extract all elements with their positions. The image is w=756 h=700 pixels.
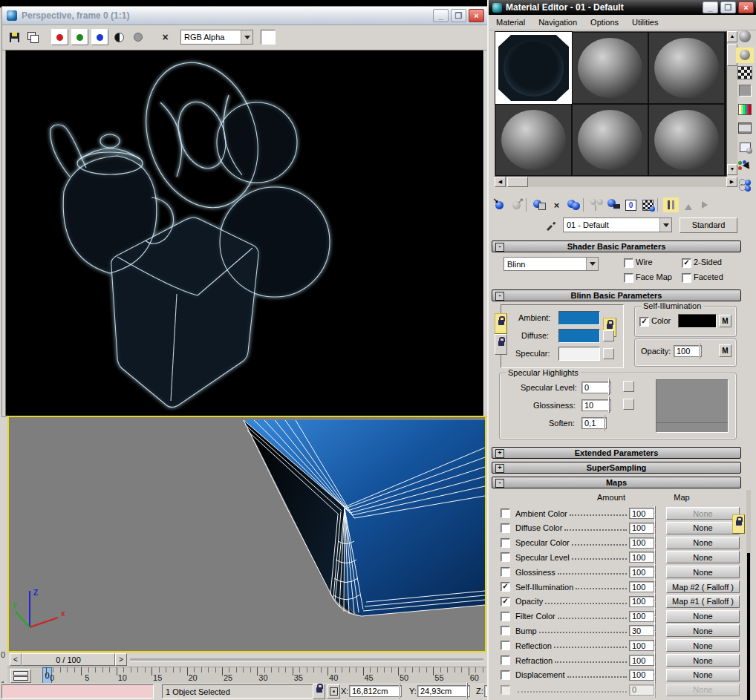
dropdown-arrow-icon[interactable] xyxy=(659,218,671,232)
opacity-spinner[interactable] xyxy=(699,344,707,356)
make-material-copy-icon[interactable] xyxy=(566,197,581,212)
put-to-library-icon[interactable] xyxy=(606,197,622,212)
alpha-channel-icon[interactable] xyxy=(130,30,146,45)
face-map-checkbox[interactable]: ✓ xyxy=(624,273,633,283)
material-sample-slot[interactable] xyxy=(572,32,648,104)
map-checkbox[interactable]: ✓ xyxy=(501,582,510,592)
map-amount-spinner[interactable] xyxy=(654,508,662,520)
ambient-color-swatch[interactable] xyxy=(558,311,600,325)
collapse-icon[interactable]: + xyxy=(495,464,504,473)
map-slot-button[interactable]: None xyxy=(666,507,740,520)
map-amount-spinner[interactable] xyxy=(654,669,662,681)
map-amount-spinner[interactable] xyxy=(654,595,662,607)
sample-type-icon[interactable] xyxy=(736,28,754,45)
self-illum-map-button[interactable]: M xyxy=(719,315,731,327)
time-slider-track[interactable] xyxy=(130,658,483,661)
map-amount-field[interactable]: 100 xyxy=(629,655,654,666)
put-material-to-scene-icon[interactable]: ↗ xyxy=(509,197,524,212)
map-checkbox[interactable]: ✓ xyxy=(501,508,510,518)
hscroll-thumb[interactable] xyxy=(507,177,528,187)
material-sample-slot[interactable] xyxy=(648,32,725,104)
selection-lock-icon[interactable] xyxy=(313,684,325,699)
soften-field[interactable]: 0,1 xyxy=(581,417,607,429)
pick-material-eyedropper-icon[interactable] xyxy=(545,219,557,231)
map-checkbox[interactable]: ✓ xyxy=(501,655,510,665)
map-checkbox[interactable]: ✓ xyxy=(501,685,510,695)
show-map-in-viewport-icon[interactable] xyxy=(640,197,656,212)
rollout-supersampling[interactable]: + SuperSampling xyxy=(492,462,741,474)
map-amount-spinner[interactable] xyxy=(654,552,662,563)
track-bar[interactable]: 0 051015202530354045505560 xyxy=(7,667,486,684)
go-forward-to-sibling-icon[interactable] xyxy=(697,197,713,212)
map-amount-field[interactable]: 100 xyxy=(629,670,654,681)
backlight-icon[interactable] xyxy=(736,48,754,64)
assign-material-to-selection-icon[interactable] xyxy=(532,197,547,212)
map-slot-button[interactable]: None xyxy=(666,639,740,652)
specular-level-field[interactable]: 0 xyxy=(581,382,611,393)
opacity-field[interactable]: 100 xyxy=(674,345,702,357)
dropdown-arrow-icon[interactable] xyxy=(586,258,598,270)
diffuse-specular-lock-toggle[interactable] xyxy=(495,334,507,355)
self-illum-color-checkbox[interactable]: ✓ xyxy=(639,317,649,327)
specular-map-shortcut-button[interactable] xyxy=(603,348,614,359)
rollout-maps[interactable]: - Maps xyxy=(492,477,741,488)
menu-utilities[interactable]: Utilities xyxy=(632,18,658,27)
map-slot-button[interactable]: Map #2 ( Falloff ) xyxy=(666,580,740,593)
specular-color-swatch[interactable] xyxy=(558,347,600,361)
menu-navigation[interactable]: Navigation xyxy=(538,18,577,27)
rollout-scrollbar-track[interactable] xyxy=(746,490,751,700)
map-amount-field[interactable]: 100 xyxy=(629,552,654,563)
map-amount-spinner[interactable] xyxy=(654,581,662,593)
map-slot-button[interactable]: None xyxy=(666,551,740,563)
map-slot-button[interactable]: None xyxy=(666,669,740,681)
two-sided-checkbox[interactable]: ✓ xyxy=(682,258,691,268)
minimize-button[interactable]: _ xyxy=(433,9,449,22)
map-checkbox[interactable]: ✓ xyxy=(501,538,510,548)
map-checkbox[interactable]: ✓ xyxy=(501,670,510,680)
channel-display-dropdown[interactable]: RGB Alpha xyxy=(180,30,253,45)
slots-hscrollbar[interactable]: ◀ ▶ xyxy=(495,177,737,187)
shader-type-dropdown[interactable]: Blinn xyxy=(504,257,599,271)
menu-options[interactable]: Options xyxy=(590,18,619,27)
map-amount-field[interactable]: 100 xyxy=(629,640,654,651)
map-checkbox[interactable]: ✓ xyxy=(501,597,510,606)
material-sample-slot[interactable] xyxy=(572,104,648,176)
map-amount-field[interactable]: 30 xyxy=(629,625,654,636)
map-slot-button[interactable]: None xyxy=(666,566,740,578)
material-name-dropdown[interactable]: 01 - Default xyxy=(563,217,672,232)
make-unique-icon[interactable] xyxy=(589,197,605,212)
map-amount-spinner[interactable] xyxy=(654,566,662,578)
glossiness-field[interactable]: 10 xyxy=(581,399,611,411)
me-close-button[interactable]: × xyxy=(738,1,754,13)
map-amount-field[interactable]: 100 xyxy=(629,611,654,622)
material-editor-options-icon[interactable] xyxy=(736,139,754,155)
maps-ambient-diffuse-lock-icon[interactable] xyxy=(732,514,745,534)
map-checkbox[interactable]: ✓ xyxy=(501,626,510,635)
close-button[interactable]: × xyxy=(469,9,484,22)
red-channel-button[interactable] xyxy=(51,29,68,45)
opacity-map-button[interactable]: M xyxy=(719,344,731,357)
material-type-button[interactable]: Standard xyxy=(680,217,737,233)
map-amount-spinner[interactable] xyxy=(654,655,662,667)
faceted-checkbox[interactable]: ✓ xyxy=(682,273,691,283)
y-coordinate-field[interactable]: 24,93cm xyxy=(417,685,470,697)
material-sample-slot[interactable] xyxy=(495,104,572,176)
map-amount-field[interactable]: 0 xyxy=(629,684,654,696)
show-end-result-icon[interactable] xyxy=(663,197,679,212)
maximize-button[interactable]: ❐ xyxy=(451,9,466,22)
previous-frame-button[interactable]: < xyxy=(10,653,22,666)
map-slot-button[interactable]: None xyxy=(666,624,740,637)
map-slot-button[interactable]: None xyxy=(666,684,740,696)
map-amount-spinner[interactable] xyxy=(654,625,662,637)
glossiness-spinner[interactable] xyxy=(608,399,616,410)
map-amount-spinner[interactable] xyxy=(654,537,662,549)
video-color-check-icon[interactable] xyxy=(736,101,754,117)
maxscript-mini-listener[interactable] xyxy=(1,684,154,699)
go-to-parent-icon[interactable] xyxy=(680,197,696,212)
map-checkbox[interactable]: ✓ xyxy=(501,567,510,577)
map-checkbox[interactable]: ✓ xyxy=(501,552,510,562)
x-spinner[interactable] xyxy=(399,684,407,696)
scroll-left-icon[interactable]: ◀ xyxy=(495,177,506,187)
map-amount-field[interactable]: 100 xyxy=(629,566,654,578)
diffuse-map-shortcut-button[interactable] xyxy=(603,330,614,341)
